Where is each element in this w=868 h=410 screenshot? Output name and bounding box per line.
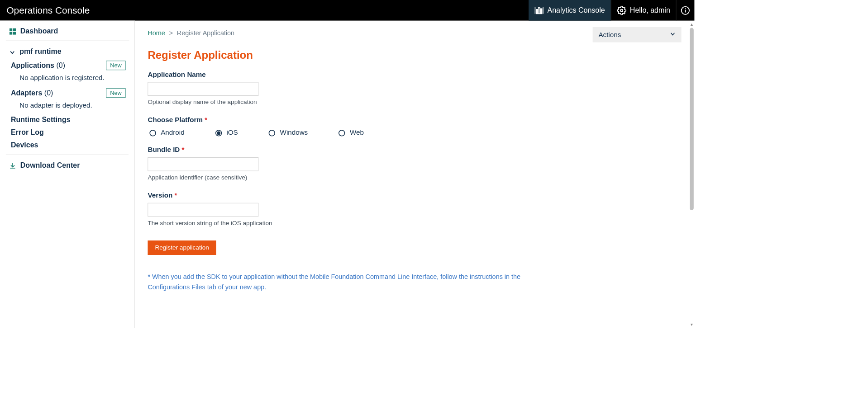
- analytics-console-label: Analytics Console: [547, 6, 605, 14]
- actions-dropdown[interactable]: Actions: [593, 27, 682, 42]
- bundle-id-input[interactable]: [148, 157, 258, 171]
- app-title: Operations Console: [0, 0, 529, 21]
- info-icon: [681, 5, 690, 15]
- sidebar-item-dashboard[interactable]: Dashboard: [6, 22, 129, 41]
- platform-option-web[interactable]: Web: [337, 128, 364, 137]
- app-name-input[interactable]: [148, 82, 258, 96]
- svg-rect-2: [538, 7, 539, 14]
- platform-option-android[interactable]: Android: [148, 128, 184, 137]
- sidebar-runtime-label: pmf runtime: [19, 47, 61, 56]
- bundle-id-help: Application identifier (case sensitive): [148, 174, 681, 181]
- new-adapter-button[interactable]: New: [106, 88, 125, 98]
- dashboard-icon: [10, 28, 16, 34]
- chevron-down-icon: [10, 49, 15, 55]
- download-center-label: Download Center: [20, 161, 80, 170]
- main-content: Home > Register Application Actions Regi…: [135, 21, 695, 328]
- top-header: Operations Console Analytics Console: [0, 0, 694, 21]
- analytics-icon: [534, 6, 544, 14]
- platform-radio-group: Android iOS Windows Web: [148, 128, 681, 137]
- sidebar-divider: [6, 155, 129, 155]
- sidebar: Dashboard pmf runtime Applications (0) N…: [0, 21, 135, 328]
- svg-rect-12: [13, 32, 16, 34]
- sidebar-item-runtime-settings[interactable]: Runtime Settings: [0, 113, 134, 126]
- info-button[interactable]: [676, 0, 695, 21]
- platform-radio-android[interactable]: [149, 130, 156, 136]
- user-menu[interactable]: Hello, admin: [610, 0, 676, 21]
- scrollbar-thumb[interactable]: [690, 28, 694, 210]
- version-help: The short version string of the iOS appl…: [148, 220, 681, 227]
- gear-icon: [617, 5, 626, 15]
- adapters-empty-text: No adapter is deployed.: [0, 100, 134, 113]
- svg-rect-3: [540, 9, 542, 14]
- page-title: Register Application: [148, 49, 681, 61]
- applications-empty-text: No application is registered.: [0, 72, 134, 86]
- svg-rect-11: [10, 32, 12, 34]
- sidebar-item-applications[interactable]: Applications (0) New: [0, 59, 134, 72]
- platform-label-android: Android: [161, 128, 184, 137]
- breadcrumb-separator: >: [169, 29, 173, 37]
- scroll-arrow-up-icon[interactable]: ▲: [690, 22, 694, 27]
- runtime-settings-label: Runtime Settings: [11, 116, 71, 124]
- footnote-text: * When you add the SDK to your applicati…: [148, 272, 542, 292]
- platform-option-ios[interactable]: iOS: [214, 128, 238, 137]
- platform-label-web: Web: [350, 128, 364, 137]
- svg-rect-9: [10, 28, 12, 31]
- actions-dropdown-label: Actions: [598, 31, 621, 39]
- scroll-arrow-down-icon[interactable]: ▼: [690, 322, 694, 327]
- version-label: Version *: [148, 191, 681, 199]
- breadcrumb-current: Register Application: [177, 29, 234, 37]
- user-greeting: Hello, admin: [630, 6, 670, 14]
- svg-point-5: [620, 9, 623, 11]
- platform-option-windows[interactable]: Windows: [267, 128, 308, 137]
- platform-radio-windows[interactable]: [269, 130, 275, 136]
- svg-rect-1: [536, 9, 538, 14]
- header-right: Analytics Console Hello, admin: [529, 0, 695, 21]
- platform-radio-web[interactable]: [339, 130, 345, 136]
- sidebar-item-devices[interactable]: Devices: [0, 139, 134, 151]
- error-log-label: Error Log: [11, 128, 44, 137]
- sidebar-item-error-log[interactable]: Error Log: [0, 126, 134, 139]
- app-name-help: Optional display name of the application: [148, 99, 681, 106]
- svg-rect-10: [13, 28, 16, 31]
- chevron-down-icon: [670, 31, 676, 39]
- analytics-console-link[interactable]: Analytics Console: [529, 0, 611, 21]
- devices-label: Devices: [11, 141, 38, 149]
- applications-label: Applications: [11, 61, 54, 70]
- version-input[interactable]: [148, 203, 258, 217]
- svg-point-8: [685, 8, 686, 9]
- sidebar-item-download-center[interactable]: Download Center: [0, 158, 134, 173]
- applications-count: (0): [56, 61, 65, 70]
- register-application-button[interactable]: Register application: [148, 240, 216, 255]
- download-icon: [10, 162, 16, 169]
- app-name-label: Application Name: [148, 71, 681, 79]
- platform-label-windows: Windows: [280, 128, 308, 137]
- sidebar-item-runtime[interactable]: pmf runtime: [0, 41, 134, 58]
- platform-label-ios: iOS: [226, 128, 238, 137]
- new-application-button[interactable]: New: [106, 61, 125, 70]
- bundle-id-label: Bundle ID *: [148, 146, 681, 154]
- platform-radio-ios[interactable]: [215, 130, 222, 136]
- adapters-label: Adapters: [11, 89, 42, 97]
- sidebar-item-adapters[interactable]: Adapters (0) New: [0, 86, 134, 99]
- breadcrumb-home-link[interactable]: Home: [148, 29, 165, 37]
- breadcrumb: Home > Register Application: [148, 27, 234, 37]
- adapters-count: (0): [44, 89, 53, 97]
- sidebar-dashboard-label: Dashboard: [20, 27, 58, 35]
- platform-label: Choose Platform *: [148, 116, 681, 124]
